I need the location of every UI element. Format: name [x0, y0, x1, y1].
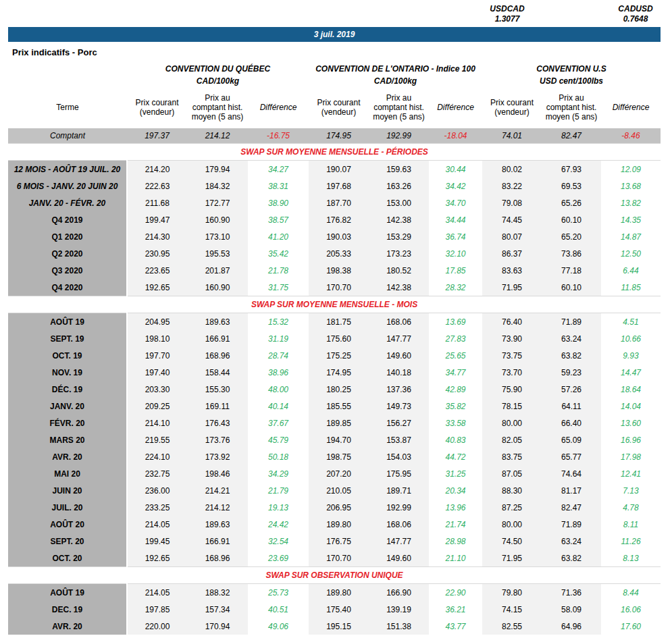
price-cell: 147.77 [369, 330, 429, 347]
price-cell: 209.25 [127, 398, 187, 415]
difference-cell: 38.90 [248, 194, 309, 211]
difference-cell: 16.06 [601, 601, 661, 618]
price-cell: 210.05 [309, 482, 369, 499]
difference-cell: 37.67 [248, 415, 309, 431]
table-row: Q3 2020223.65201.8721.78198.38180.5217.8… [8, 262, 661, 279]
price-cell: 142.38 [369, 279, 429, 296]
difference-cell: 24.42 [248, 516, 309, 533]
price-cell: 189.85 [309, 415, 369, 431]
price-cell: 79.80 [482, 584, 542, 602]
price-cell: 74.15 [482, 601, 542, 618]
difference-cell: 34.44 [429, 211, 482, 228]
price-cell: 80.00 [482, 516, 542, 533]
difference-cell: 38.31 [248, 178, 309, 194]
difference-cell: 35.82 [429, 398, 482, 415]
price-cell: 78.15 [482, 398, 542, 415]
price-cell: 195.15 [309, 618, 369, 635]
difference-cell: 17.98 [601, 448, 661, 465]
row-terme: Q4 2020 [8, 279, 127, 296]
price-cell: 214.20 [127, 161, 187, 178]
table-row: OCT. 20192.65168.9623.69170.70149.6021.1… [8, 550, 661, 567]
difference-cell: 12.50 [601, 245, 661, 262]
price-cell: 219.55 [127, 431, 187, 448]
price-cell: 181.75 [309, 313, 369, 331]
page-title: Prix indicatifs - Porc [8, 42, 661, 59]
price-cell: 64.11 [542, 398, 601, 415]
date-banner: 3 juil. 2019 [8, 27, 661, 42]
difference-cell: 30.44 [429, 161, 482, 178]
comptant-row: Comptant 197.37 214.12 -16.75 174.95 192… [8, 128, 661, 144]
difference-cell: 50.18 [248, 448, 309, 465]
price-cell: 82.47 [542, 128, 601, 144]
price-cell: 214.21 [187, 482, 248, 499]
table-row: SEPT. 20199.45166.9132.54176.75147.7728.… [8, 533, 661, 550]
price-cell: 63.24 [542, 330, 601, 347]
price-cell: 69.53 [542, 178, 601, 194]
price-cell: 147.77 [369, 533, 429, 550]
price-cell: 224.10 [127, 448, 187, 465]
convention-us-title: CONVENTION U.S [482, 59, 661, 74]
difference-cell: 13.60 [601, 415, 661, 431]
table-row: AOÛT 20214.05189.6324.42189.80168.0621.7… [8, 516, 661, 533]
difference-cell: 8.13 [601, 550, 661, 567]
price-cell: 197.68 [309, 178, 369, 194]
price-cell: 185.55 [309, 398, 369, 415]
col-header-terme: Terme [8, 86, 127, 128]
difference-cell: 13.96 [429, 499, 482, 516]
price-cell: 65.09 [542, 431, 601, 448]
price-cell: 205.33 [309, 245, 369, 262]
price-cell: 198.75 [309, 448, 369, 465]
row-terme: JANV. 20 - FÉVR. 20 [8, 194, 127, 211]
price-cell: 76.40 [482, 313, 542, 331]
col-header-prix-comptant: Prix au comptant hist. moyen (5 ans) [542, 86, 601, 128]
price-cell: 232.75 [127, 465, 187, 482]
price-cell: 71.89 [542, 516, 601, 533]
price-cell: 175.60 [309, 330, 369, 347]
difference-cell: 40.14 [248, 398, 309, 415]
price-cell: 189.80 [309, 584, 369, 602]
price-cell: 160.90 [187, 279, 248, 296]
price-cell: 230.95 [127, 245, 187, 262]
price-cell: 168.96 [187, 550, 248, 567]
price-cell: 166.91 [187, 533, 248, 550]
table-row: Q4 2020192.65160.9031.75170.70142.3828.3… [8, 279, 661, 296]
price-cell: 159.63 [369, 161, 429, 178]
price-cell: 176.82 [309, 211, 369, 228]
price-cell: 64.96 [542, 618, 601, 635]
difference-cell: 45.79 [248, 431, 309, 448]
table-row: NOV. 19197.40158.4438.96174.95140.1834.7… [8, 364, 661, 381]
convention-us-unit: USD cent/100lbs [482, 74, 661, 86]
col-header-difference: Différence [601, 86, 661, 128]
price-cell: 204.95 [127, 313, 187, 331]
price-cell: 170.94 [187, 618, 248, 635]
fx-usdcad: USDCAD 1.3077 [484, 4, 531, 24]
price-cell: 77.18 [542, 262, 601, 279]
price-cell: 166.91 [187, 330, 248, 347]
difference-cell: 10.66 [601, 330, 661, 347]
row-terme: OCT. 19 [8, 347, 127, 364]
price-cell: 170.70 [309, 279, 369, 296]
price-cell: 184.32 [187, 178, 248, 194]
price-cell: 214.12 [187, 128, 248, 144]
price-cell: 79.08 [482, 194, 542, 211]
price-cell: 175.40 [309, 601, 369, 618]
row-terme: JUIN 20 [8, 482, 127, 499]
price-cell: 189.63 [187, 313, 248, 331]
row-terme: JUIL. 20 [8, 499, 127, 516]
difference-cell: 40.83 [429, 431, 482, 448]
row-terme: AVR. 20 [8, 618, 127, 635]
price-cell: 83.22 [482, 178, 542, 194]
price-cell: 214.10 [127, 415, 187, 431]
table-row: 12 MOIS - AOÛT 19 JUIL. 20214.20179.9434… [8, 161, 661, 178]
price-cell: 198.10 [127, 330, 187, 347]
table-row: Q1 2020214.30173.1041.20190.03153.2936.7… [8, 228, 661, 245]
row-terme: Q2 2020 [8, 245, 127, 262]
price-cell: 174.95 [309, 364, 369, 381]
price-cell: 195.53 [187, 245, 248, 262]
difference-cell: 31.25 [429, 465, 482, 482]
price-cell: 175.25 [309, 347, 369, 364]
price-cell: 197.40 [127, 364, 187, 381]
table-row: JUIL. 20233.25214.1219.13206.95192.9913.… [8, 499, 661, 516]
difference-cell: 21.74 [429, 516, 482, 533]
difference-cell: 33.58 [429, 415, 482, 431]
